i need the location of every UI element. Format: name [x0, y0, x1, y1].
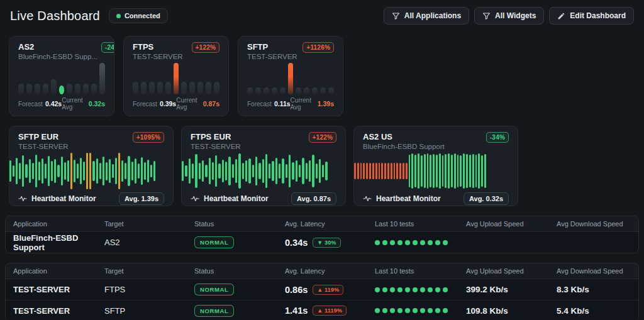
forecast-stats: Forecast0.11s Current Avg1.39s [247, 97, 334, 111]
latency-cell: 0.86s ▲ 119% [285, 285, 375, 295]
latency-cell: 0.34s ▼ 30% [285, 238, 375, 248]
table-row: TEST-SERVER SFTP NORMAL 1.41s ▲ 1119% 10… [6, 300, 638, 320]
col-status: Status [194, 220, 285, 228]
upload-speed-cell: 399.2 Kb/s [466, 285, 557, 294]
widget-title: SFTP [247, 42, 297, 52]
col-avg-latency: Avg. Latency [285, 220, 375, 228]
widget-title: SFTP EUR [18, 132, 69, 141]
heartbeat-icon [363, 195, 372, 202]
col-avg-download: Avg Download Speed [557, 267, 631, 275]
connection-status-label: Connected [125, 12, 160, 19]
widget-subtitle: BlueFinch-ESBD Support [363, 142, 445, 151]
avg-latency-badge: Avg. 1.39s [119, 192, 164, 205]
col-avg-latency: Avg. Latency [285, 267, 375, 275]
filter-icon [392, 12, 400, 20]
widget-footer: Heartbeat Monitor Avg. 0.32s [363, 192, 509, 205]
connected-dot-icon [116, 14, 121, 18]
forecast-label: Forecast [133, 101, 157, 108]
widget-type-label: Current Vs. Forecast [145, 116, 219, 116]
table-row: TEST-SERVER FTPS NORMAL 0.86s ▲ 119% 399… [6, 279, 638, 300]
percent-change-badge: -34% [486, 132, 509, 143]
col-last-10-tests: Last 10 tests [375, 267, 466, 275]
widget-subtitle: TEST-SERVER [247, 52, 297, 61]
widget-title: FTPS EUR [191, 132, 241, 141]
col-application: Application [13, 267, 104, 275]
table-row: BlueFinch-ESBD Support AS2 NORMAL 0.34s … [6, 232, 638, 253]
col-avg-download: Avg Download Speed [557, 220, 631, 228]
last-tests-dots [375, 287, 466, 292]
table-header: Application Target Status Avg. Latency L… [6, 263, 638, 279]
current-avg-value: 1.39s [318, 100, 334, 108]
application-cell: TEST-SERVER [13, 285, 104, 294]
filter-icon [482, 12, 491, 20]
widget-type-label: Current Vs. Forecast [30, 116, 104, 116]
edit-dashboard-label: Edit Dashboard [570, 11, 626, 20]
application-cell: TEST-SERVER [13, 306, 104, 316]
widget-title: FTPS [133, 42, 183, 52]
connection-status-badge: Connected [109, 8, 168, 23]
widget-as2-forecast[interactable]: AS2 BlueFinch-ESBD Supp... -24% Forecast… [9, 36, 114, 116]
forecast-label: Forecast [247, 101, 272, 108]
widget-title: AS2 US [363, 132, 445, 141]
widget-type-label: Heartbeat Monitor [204, 194, 269, 203]
widget-subtitle: TEST-SERVER [18, 142, 69, 151]
latency-value: 0.34s [285, 238, 308, 248]
widget-subtitle: BlueFinch-ESBD Supp... [18, 52, 97, 61]
forecast-value: 0.11s [274, 100, 291, 108]
latency-value: 1.41s [285, 306, 308, 316]
forecast-value: 0.39s [160, 100, 176, 108]
current-avg-label: Current Avg [291, 97, 315, 111]
target-cell: AS2 [104, 238, 194, 247]
col-target: Target [104, 267, 194, 275]
forecast-bar-chart [247, 63, 334, 94]
widget-ftps-forecast[interactable]: FTPS TEST-SERVER +122% Forecast0.39s Cur… [123, 36, 229, 116]
col-status: Status [194, 267, 285, 275]
avg-latency-badge: Avg. 0.87s [291, 192, 336, 205]
heartbeat-waveform [182, 153, 328, 189]
widget-footer: Current Vs. Forecast [247, 116, 334, 116]
col-application: Application [13, 220, 104, 228]
all-widgets-button[interactable]: All Widgets [474, 7, 544, 25]
status-table-bluefinch: Application Target Status Avg. Latency L… [5, 216, 639, 253]
heartbeat-waveform [9, 153, 155, 189]
latency-cell: 1.41s ▲ 1119% [285, 306, 375, 316]
forecast-stats: Forecast0.39s Current Avg0.87s [133, 97, 219, 111]
percent-change-badge: -24% [101, 42, 114, 53]
percent-change-badge: +1095% [133, 132, 164, 143]
current-avg-label: Current Avg [62, 97, 86, 111]
download-speed-cell: 5.4 Kb/s [557, 306, 631, 316]
table-header: Application Target Status Avg. Latency L… [6, 216, 638, 232]
widget-ftps-eur-heartbeat[interactable]: FTPS EUR TEST-SERVER +122% Heartbeat Mon… [181, 126, 346, 206]
status-badge: NORMAL [194, 284, 234, 295]
widget-as2-us-heartbeat[interactable]: AS2 US BlueFinch-ESBD Support -34% Heart… [353, 126, 518, 206]
percent-change-badge: +122% [309, 132, 336, 143]
widget-footer: Heartbeat Monitor Avg. 0.87s [191, 192, 336, 205]
top-bar: Live Dashboard Connected All Application… [0, 0, 644, 31]
widget-type-label: Heartbeat Monitor [31, 194, 96, 203]
widget-type-label: Current Vs. Forecast [259, 116, 333, 116]
forecast-label: Forecast [18, 101, 43, 108]
status-badge: NORMAL [194, 236, 234, 248]
status-badge: NORMAL [194, 305, 234, 317]
widget-sftp-eur-heartbeat[interactable]: SFTP EUR TEST-SERVER +1095% Heartbeat Mo… [9, 126, 174, 206]
forecast-bar-chart [18, 63, 105, 94]
heartbeat-icon [18, 195, 27, 202]
widget-sftp-forecast[interactable]: SFTP TEST-SERVER +1126% Forecast0.11s Cu… [238, 36, 343, 116]
latency-delta-badge: ▼ 30% [313, 238, 340, 248]
forecast-bar-chart [133, 63, 219, 94]
widget-footer: Current Vs. Forecast [133, 116, 219, 116]
forecast-value: 0.42s [45, 100, 62, 108]
current-avg-value: 0.87s [203, 100, 219, 108]
edit-dashboard-button[interactable]: Edit Dashboard [549, 7, 634, 25]
application-cell: BlueFinch-ESBD Support [13, 233, 104, 252]
widget-title: AS2 [18, 42, 97, 52]
col-avg-upload: Avg Upload Speed [466, 267, 557, 275]
status-table-test-server: Application Target Status Avg. Latency L… [5, 263, 639, 320]
download-speed-cell: 8.3 Kb/s [557, 285, 631, 294]
latency-delta-badge: ▲ 1119% [313, 306, 347, 316]
forecast-cards-row: AS2 BlueFinch-ESBD Supp... -24% Forecast… [0, 36, 644, 116]
all-applications-button[interactable]: All Applications [384, 7, 469, 25]
upload-speed-cell: 109.8 Kb/s [466, 306, 557, 316]
avg-latency-badge: Avg. 0.32s [464, 192, 509, 205]
percent-change-badge: +122% [192, 42, 219, 53]
